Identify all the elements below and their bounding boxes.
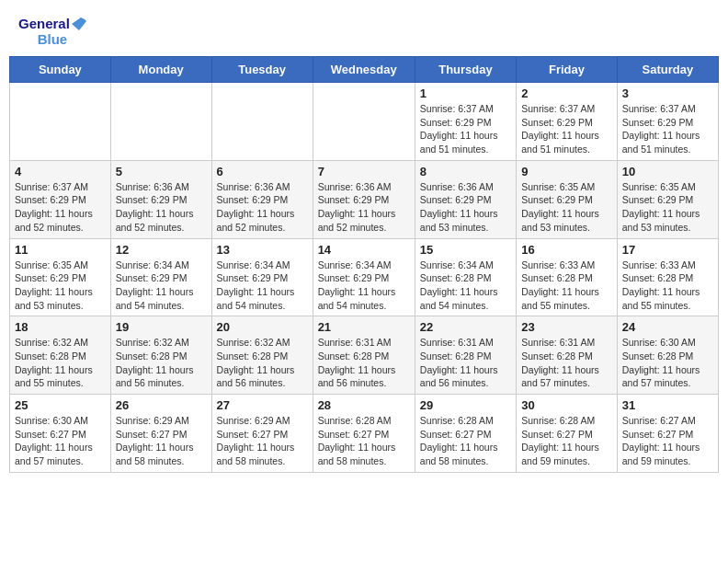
calendar-cell: 15Sunrise: 6:34 AM Sunset: 6:28 PM Dayli…	[415, 238, 516, 316]
day-info: Sunrise: 6:30 AM Sunset: 6:28 PM Dayligh…	[622, 336, 713, 390]
day-number: 9	[521, 165, 612, 178]
day-number: 23	[521, 320, 612, 334]
day-info: Sunrise: 6:28 AM Sunset: 6:27 PM Dayligh…	[521, 414, 612, 468]
day-info: Sunrise: 6:27 AM Sunset: 6:27 PM Dayligh…	[622, 414, 713, 468]
calendar-cell: 29Sunrise: 6:28 AM Sunset: 6:27 PM Dayli…	[415, 395, 516, 473]
calendar-table: SundayMondayTuesdayWednesdayThursdayFrid…	[9, 56, 719, 473]
day-number: 11	[15, 243, 106, 257]
calendar-cell: 21Sunrise: 6:31 AM Sunset: 6:28 PM Dayli…	[313, 316, 415, 395]
day-info: Sunrise: 6:36 AM Sunset: 6:29 PM Dayligh…	[318, 180, 410, 235]
calendar-cell: 30Sunrise: 6:28 AM Sunset: 6:27 PM Dayli…	[517, 395, 618, 473]
calendar-cell: 4Sunrise: 6:37 AM Sunset: 6:29 PM Daylig…	[10, 160, 111, 238]
day-number: 17	[622, 243, 713, 257]
logo-text-block: General Blue	[18, 17, 86, 47]
calendar-cell: 14Sunrise: 6:34 AM Sunset: 6:29 PM Dayli…	[313, 238, 415, 316]
day-number: 29	[420, 398, 511, 412]
calendar-cell	[110, 83, 211, 161]
day-number: 2	[521, 86, 612, 100]
calendar-cell: 2Sunrise: 6:37 AM Sunset: 6:29 PM Daylig…	[517, 83, 618, 161]
day-number: 13	[217, 243, 308, 257]
calendar-cell: 10Sunrise: 6:35 AM Sunset: 6:29 PM Dayli…	[617, 160, 718, 238]
day-info: Sunrise: 6:32 AM Sunset: 6:28 PM Dayligh…	[217, 336, 308, 390]
calendar-cell: 9Sunrise: 6:35 AM Sunset: 6:29 PM Daylig…	[517, 160, 618, 238]
day-info: Sunrise: 6:32 AM Sunset: 6:28 PM Dayligh…	[116, 336, 207, 390]
day-number: 30	[521, 398, 612, 412]
logo-bird-icon	[72, 17, 86, 30]
calendar-cell: 1Sunrise: 6:37 AM Sunset: 6:29 PM Daylig…	[415, 83, 516, 161]
day-header-saturday: Saturday	[617, 57, 718, 83]
day-info: Sunrise: 6:33 AM Sunset: 6:28 PM Dayligh…	[622, 259, 713, 313]
day-info: Sunrise: 6:31 AM Sunset: 6:28 PM Dayligh…	[318, 336, 410, 390]
calendar-cell: 3Sunrise: 6:37 AM Sunset: 6:29 PM Daylig…	[617, 83, 718, 161]
day-info: Sunrise: 6:33 AM Sunset: 6:28 PM Dayligh…	[521, 259, 612, 313]
day-number: 18	[15, 320, 106, 334]
day-number: 20	[217, 320, 308, 334]
day-header-monday: Monday	[110, 57, 211, 83]
day-number: 19	[116, 320, 207, 334]
day-info: Sunrise: 6:30 AM Sunset: 6:27 PM Dayligh…	[15, 414, 106, 468]
calendar-cell: 22Sunrise: 6:31 AM Sunset: 6:28 PM Dayli…	[415, 316, 516, 395]
week-row: 25Sunrise: 6:30 AM Sunset: 6:27 PM Dayli…	[10, 395, 719, 473]
day-info: Sunrise: 6:35 AM Sunset: 6:29 PM Dayligh…	[622, 180, 713, 235]
calendar-cell: 17Sunrise: 6:33 AM Sunset: 6:28 PM Dayli…	[617, 238, 718, 316]
day-number: 24	[622, 320, 713, 334]
calendar-cell: 27Sunrise: 6:29 AM Sunset: 6:27 PM Dayli…	[211, 395, 313, 473]
calendar-cell: 24Sunrise: 6:30 AM Sunset: 6:28 PM Dayli…	[617, 316, 718, 395]
week-row: 1Sunrise: 6:37 AM Sunset: 6:29 PM Daylig…	[10, 83, 719, 161]
day-info: Sunrise: 6:31 AM Sunset: 6:28 PM Dayligh…	[521, 336, 612, 390]
day-number: 10	[622, 165, 713, 178]
day-number: 4	[15, 165, 106, 178]
day-info: Sunrise: 6:37 AM Sunset: 6:29 PM Dayligh…	[15, 180, 106, 235]
day-info: Sunrise: 6:34 AM Sunset: 6:29 PM Dayligh…	[217, 259, 308, 313]
day-info: Sunrise: 6:31 AM Sunset: 6:28 PM Dayligh…	[420, 336, 511, 390]
day-header-tuesday: Tuesday	[211, 57, 313, 83]
day-number: 15	[420, 243, 511, 257]
day-number: 14	[318, 243, 410, 257]
logo-blue-text: Blue	[18, 32, 86, 48]
logo-general-text: General	[18, 17, 70, 32]
week-row: 4Sunrise: 6:37 AM Sunset: 6:29 PM Daylig…	[10, 160, 719, 238]
day-number: 8	[420, 165, 511, 178]
day-number: 27	[217, 398, 308, 412]
calendar-cell: 11Sunrise: 6:35 AM Sunset: 6:29 PM Dayli…	[10, 238, 111, 316]
day-header-sunday: Sunday	[10, 57, 111, 83]
calendar-cell: 31Sunrise: 6:27 AM Sunset: 6:27 PM Dayli…	[617, 395, 718, 473]
calendar-cell: 23Sunrise: 6:31 AM Sunset: 6:28 PM Dayli…	[517, 316, 618, 395]
day-info: Sunrise: 6:37 AM Sunset: 6:29 PM Dayligh…	[622, 102, 713, 156]
day-info: Sunrise: 6:28 AM Sunset: 6:27 PM Dayligh…	[318, 414, 410, 468]
calendar-cell	[211, 83, 313, 161]
day-info: Sunrise: 6:36 AM Sunset: 6:29 PM Dayligh…	[420, 180, 511, 235]
calendar-cell: 5Sunrise: 6:36 AM Sunset: 6:29 PM Daylig…	[110, 160, 211, 238]
day-number: 28	[318, 398, 410, 412]
calendar-cell: 25Sunrise: 6:30 AM Sunset: 6:27 PM Dayli…	[10, 395, 111, 473]
day-info: Sunrise: 6:35 AM Sunset: 6:29 PM Dayligh…	[521, 180, 612, 235]
day-number: 3	[622, 86, 713, 100]
day-info: Sunrise: 6:28 AM Sunset: 6:27 PM Dayligh…	[420, 414, 511, 468]
day-number: 16	[521, 243, 612, 257]
calendar-cell	[10, 83, 111, 161]
calendar-cell: 13Sunrise: 6:34 AM Sunset: 6:29 PM Dayli…	[211, 238, 313, 316]
day-info: Sunrise: 6:35 AM Sunset: 6:29 PM Dayligh…	[15, 259, 106, 313]
day-number: 1	[420, 86, 511, 100]
calendar-cell: 20Sunrise: 6:32 AM Sunset: 6:28 PM Dayli…	[211, 316, 313, 395]
week-row: 18Sunrise: 6:32 AM Sunset: 6:28 PM Dayli…	[10, 316, 719, 395]
day-info: Sunrise: 6:34 AM Sunset: 6:29 PM Dayligh…	[318, 259, 410, 313]
day-number: 7	[318, 165, 410, 178]
day-info: Sunrise: 6:29 AM Sunset: 6:27 PM Dayligh…	[217, 414, 308, 468]
calendar-cell: 26Sunrise: 6:29 AM Sunset: 6:27 PM Dayli…	[110, 395, 211, 473]
day-number: 5	[116, 165, 207, 178]
calendar-cell	[313, 83, 415, 161]
day-info: Sunrise: 6:36 AM Sunset: 6:29 PM Dayligh…	[116, 180, 207, 235]
day-header-friday: Friday	[517, 57, 618, 83]
day-number: 21	[318, 320, 410, 334]
day-header-thursday: Thursday	[415, 57, 516, 83]
week-row: 11Sunrise: 6:35 AM Sunset: 6:29 PM Dayli…	[10, 238, 719, 316]
calendar-cell: 8Sunrise: 6:36 AM Sunset: 6:29 PM Daylig…	[415, 160, 516, 238]
calendar-cell: 12Sunrise: 6:34 AM Sunset: 6:29 PM Dayli…	[110, 238, 211, 316]
day-info: Sunrise: 6:29 AM Sunset: 6:27 PM Dayligh…	[116, 414, 207, 468]
day-info: Sunrise: 6:34 AM Sunset: 6:28 PM Dayligh…	[420, 259, 511, 313]
calendar-cell: 7Sunrise: 6:36 AM Sunset: 6:29 PM Daylig…	[313, 160, 415, 238]
calendar-cell: 28Sunrise: 6:28 AM Sunset: 6:27 PM Dayli…	[313, 395, 415, 473]
day-number: 25	[15, 398, 106, 412]
day-number: 31	[622, 398, 713, 412]
